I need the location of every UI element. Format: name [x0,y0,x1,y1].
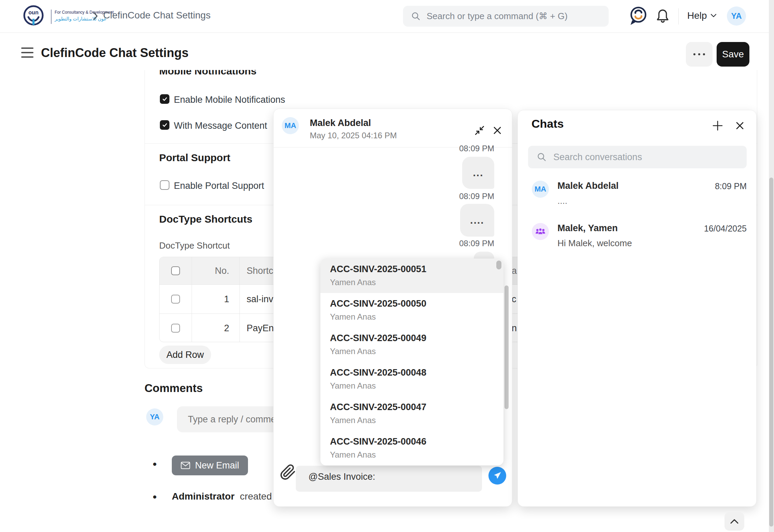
send-button[interactable] [488,467,506,485]
sidebar-toggle-icon[interactable] [21,47,33,58]
breadcrumb[interactable]: ClefinCode Chat Settings [103,10,210,21]
search-icon [411,12,420,21]
mention-option-id: ACC-SINV-2025-00048 [330,367,503,378]
row-number: 2 [192,314,239,342]
mention-option[interactable]: ACC-SINV-2025-00046 Yamen Anas [320,431,503,465]
user-avatar[interactable]: YA [727,6,746,26]
mention-option[interactable]: ACC-SINV-2025-00048 Yamen Anas [320,362,503,396]
send-plane-icon [493,471,502,480]
collapse-icon[interactable] [474,125,485,138]
new-email-label: New Email [195,460,239,471]
mention-option-subtitle: Yamen Anas [330,312,503,322]
with-message-content-checkbox[interactable] [160,120,169,130]
chats-panel: Chats MA Malek Abdelal 8:09 PM .... Male… [517,110,757,507]
logo-tagline-ar: عون للاستشارات والتطوير [55,16,107,22]
help-menu[interactable]: Help [687,10,717,21]
timeline-bullet: • [153,490,157,504]
clefincode-chat-icon[interactable] [628,5,649,28]
conversation-search-input[interactable] [553,152,738,163]
activity-entry: Administrator created [172,491,272,502]
comments-title: Comments [144,382,203,395]
row-checkbox[interactable] [171,295,180,304]
message-bubble: .... [460,204,494,237]
conversation-name: Malek, Yamen [557,223,618,234]
breadcrumb-chevron-icon [92,11,98,23]
close-icon[interactable] [492,125,503,138]
enable-mobile-notifications-checkbox[interactable] [160,94,169,104]
scroll-to-top-button[interactable] [724,512,744,531]
timeline-bullet: • [153,458,157,471]
section-title-portal-support: Portal Support [159,152,230,164]
oun-logo-icon: oun [22,4,45,28]
new-chat-plus-icon[interactable] [711,119,724,134]
navbar: oun For Consultancy & Development عون لل… [0,0,774,33]
chat-contact-subtitle: May 10, 2025 04:16 PM [310,131,397,140]
conversation-name: Malek Abdelal [557,181,619,191]
conversation-search[interactable] [528,146,747,168]
conversation-time: 16/04/2025 [704,224,747,234]
dropdown-scrollbar-thumb[interactable] [496,261,501,269]
mention-option-subtitle: Yamen Anas [330,278,503,287]
column-header-no: No. [192,257,239,284]
save-button[interactable]: Save [717,42,749,67]
global-search[interactable] [403,6,609,27]
group-people-icon [535,227,545,236]
chat-scrollbar-thumb[interactable] [505,285,509,409]
close-icon[interactable] [734,120,745,132]
mention-option-id: ACC-SINV-2025-00046 [330,436,503,447]
conversation-item[interactable]: Malek, Yamen 16/04/2025 Hi Malek, welcom… [518,220,757,261]
enable-portal-support-checkbox[interactable] [160,180,169,190]
mention-option-subtitle: Yamen Anas [330,347,503,356]
new-email-button[interactable]: New Email [172,456,248,475]
group-avatar [532,223,549,240]
help-label: Help [687,10,707,21]
search-icon [537,152,547,162]
page-title: ClefinCode Chat Settings [41,46,189,60]
row-number: 1 [192,285,239,313]
chat-contact-avatar: MA [282,117,299,134]
chats-panel-title: Chats [531,117,564,130]
conversation-preview: Hi Malek, welcome [557,238,632,249]
chat-message-input[interactable] [296,466,482,492]
row-checkbox[interactable] [171,324,180,333]
message-bubble: ... [462,157,494,189]
section-title-mobile-notifications: Mobile Notifications [159,70,257,77]
mention-option-subtitle: Yamen Anas [330,450,503,460]
conversation-item[interactable]: MA Malek Abdelal 8:09 PM .... [518,177,757,218]
conversation-time: 8:09 PM [715,181,747,191]
chevron-down-icon [710,14,717,18]
navbar-divider [678,8,679,25]
logo-divider [51,10,52,24]
add-row-button[interactable]: Add Row [159,346,211,364]
notifications-bell-icon[interactable] [655,8,670,25]
mention-option-id: ACC-SINV-2025-00051 [330,264,503,275]
mention-option-subtitle: Yamen Anas [330,416,503,425]
mention-option[interactable]: ACC-SINV-2025-00049 Yamen Anas [320,327,503,362]
message-timestamp: 08:09 PM [459,192,494,201]
attachment-paperclip-icon[interactable] [280,464,296,482]
company-logo[interactable]: oun [22,4,45,28]
menu-ellipsis-button[interactable] [686,42,713,67]
global-search-input[interactable] [426,11,605,22]
section-title-doctype-shortcuts: DocType Shortcuts [159,213,252,225]
mention-option[interactable]: ACC-SINV-2025-00051 Yamen Anas [320,258,503,293]
envelope-icon [181,462,190,469]
mention-dropdown: ACC-SINV-2025-00051 Yamen Anas ACC-SINV-… [320,258,503,465]
mention-option-id: ACC-SINV-2025-00050 [330,298,503,309]
chat-window: MA Malek Abdelal May 10, 2025 04:16 PM 0… [273,109,512,507]
activity-action: created [240,491,272,502]
chat-contact-name: Malek Abdelal [310,118,371,128]
mention-option-id: ACC-SINV-2025-00049 [330,333,503,344]
mention-option-subtitle: Yamen Anas [330,381,503,391]
conversation-preview: .... [557,196,567,206]
mention-option[interactable]: ACC-SINV-2025-00050 Yamen Anas [320,293,503,327]
mention-option[interactable]: ACC-SINV-2025-00047 Yamen Anas [320,396,503,431]
conversation-avatar: MA [532,181,549,198]
chat-message-input-field[interactable] [308,471,473,482]
page-scrollbar-thumb[interactable] [769,178,773,527]
enable-mobile-notifications-label: Enable Mobile Notifications [174,95,285,105]
message-timestamp: 08:09 PM [459,239,494,248]
select-all-checkbox[interactable] [171,266,180,275]
check-icon [162,96,168,102]
chat-window-header: MA Malek Abdelal May 10, 2025 04:16 PM [274,109,512,148]
